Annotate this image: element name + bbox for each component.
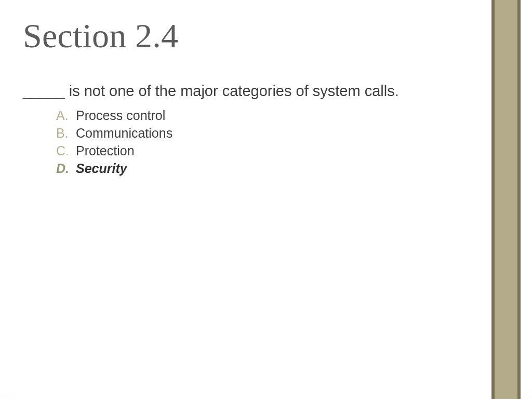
question-text: _____ is not one of the major categories…: [23, 82, 470, 100]
option-text: Communications: [76, 126, 172, 141]
slide-content: Section 2.4 _____ is not one of the majo…: [23, 18, 470, 179]
accent-bar-inner: [495, 0, 517, 399]
option-text: Security: [76, 161, 127, 176]
slide-title: Section 2.4: [23, 18, 470, 54]
option-text: Protection: [76, 143, 135, 158]
option-letter: B.: [56, 126, 76, 141]
option-d: D. Security: [56, 161, 470, 176]
option-letter: D.: [56, 161, 76, 176]
slide: Section 2.4 _____ is not one of the majo…: [0, 0, 532, 399]
options-list: A. Process control B. Communications C. …: [23, 108, 470, 176]
option-text: Process control: [76, 108, 165, 123]
option-b: B. Communications: [56, 126, 470, 141]
option-letter: C.: [56, 143, 76, 158]
option-letter: A.: [56, 108, 76, 123]
option-a: A. Process control: [56, 108, 470, 123]
option-c: C. Protection: [56, 143, 470, 158]
